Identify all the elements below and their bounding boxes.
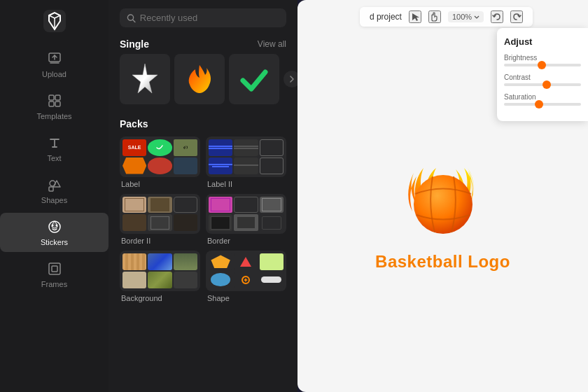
shapes-icon: [46, 176, 63, 193]
packs-section-label: Packs: [120, 118, 148, 130]
canvas-toolbar: d project 100%: [360, 7, 533, 27]
pack-border2[interactable]: Border II: [120, 194, 200, 246]
sidebar-item-stickers[interactable]: Stickers: [0, 213, 108, 252]
svg-rect-3: [55, 95, 60, 100]
saturation-label: Saturation: [504, 93, 581, 101]
sticker-checkmark[interactable]: [229, 54, 279, 104]
svg-point-10: [55, 225, 57, 227]
contrast-slider[interactable]: [504, 83, 581, 86]
text-icon: [46, 134, 63, 151]
sidebar-item-frames[interactable]: Frames: [0, 255, 108, 294]
pack-shape[interactable]: Shape: [206, 251, 286, 302]
pack-background-text: Background: [120, 294, 200, 302]
chevron-right-icon: [287, 74, 297, 84]
pack-background[interactable]: Background: [120, 251, 200, 302]
brightness-thumb[interactable]: [538, 61, 546, 69]
svg-rect-11: [49, 263, 60, 274]
pack-label2-text: Label II: [206, 180, 286, 188]
stickers-icon: [46, 218, 63, 235]
packs-grid: SALE 🏷 Label: [108, 134, 298, 305]
svg-rect-7: [49, 187, 53, 191]
app-logo: [42, 8, 67, 34]
sidebar-item-text[interactable]: Text: [0, 129, 108, 168]
packs-section-header: Packs: [108, 113, 298, 134]
view-all-single[interactable]: View all: [258, 39, 286, 49]
sidebar-item-label: Upload: [42, 70, 66, 78]
zoom-level: 100%: [452, 13, 472, 21]
saturation-thumb[interactable]: [535, 100, 543, 108]
pack-border-text: Border: [206, 237, 286, 245]
single-section-label: Single: [120, 38, 149, 50]
redo-icon: [512, 12, 522, 22]
search-bar[interactable]: [120, 8, 286, 27]
stickers-panel: Single View all: [108, 0, 298, 392]
single-section-header: Single View all: [108, 33, 298, 54]
brightness-slider[interactable]: [504, 64, 581, 66]
svg-rect-4: [49, 102, 54, 106]
brightness-row: Brightness: [504, 54, 581, 66]
chevron-down-icon: [474, 14, 479, 20]
contrast-thumb[interactable]: [542, 80, 551, 89]
pack-border2-text: Border II: [120, 237, 200, 245]
sidebar-item-label: Text: [47, 154, 61, 162]
pack-border[interactable]: Border: [206, 194, 286, 246]
pack-label-text: Label: [120, 180, 200, 188]
templates-icon: [46, 92, 63, 109]
sidebar: Upload Templates Text: [0, 0, 108, 392]
hand-tool-btn[interactable]: [428, 10, 441, 23]
sticker-star[interactable]: [120, 54, 170, 104]
hand-icon: [430, 12, 440, 22]
undo-btn[interactable]: [491, 10, 503, 23]
sidebar-item-label: Frames: [41, 280, 67, 288]
stickers-row-next[interactable]: [284, 71, 298, 88]
basketball-title: Basketball Logo: [375, 252, 510, 272]
svg-rect-5: [55, 102, 60, 106]
project-label: d project: [370, 12, 402, 22]
panel-header: [108, 0, 298, 33]
sidebar-item-templates[interactable]: Templates: [0, 87, 108, 126]
single-stickers-row: [108, 54, 298, 107]
sticker-fire[interactable]: [174, 54, 225, 104]
svg-rect-12: [52, 266, 57, 272]
svg-point-9: [51, 225, 53, 227]
basketball-logo-container: Basketball Logo: [375, 134, 510, 272]
pack-label[interactable]: SALE 🏷 Label: [120, 136, 200, 188]
sidebar-item-label: Stickers: [41, 238, 68, 246]
zoom-control[interactable]: 100%: [448, 11, 484, 22]
sidebar-item-upload[interactable]: Upload: [0, 45, 108, 84]
pointer-icon: [410, 12, 420, 22]
pointer-tool-btn[interactable]: [409, 10, 421, 23]
search-icon: [127, 13, 136, 23]
contrast-row: Contrast: [504, 74, 581, 86]
basketball-logo-image: [380, 134, 506, 246]
sidebar-item-label: Shapes: [41, 196, 67, 204]
redo-btn[interactable]: [510, 10, 523, 23]
svg-point-15: [414, 175, 472, 234]
search-input[interactable]: [140, 13, 279, 23]
saturation-row: Saturation: [504, 93, 581, 106]
pack-shape-text: Shape: [206, 294, 286, 302]
saturation-slider[interactable]: [504, 103, 581, 106]
adjust-panel: Adjust Brightness Contrast Saturation: [497, 28, 588, 121]
svg-rect-2: [49, 95, 54, 100]
adjust-panel-title: Adjust: [504, 36, 581, 47]
contrast-label: Contrast: [504, 74, 581, 81]
pack-label2[interactable]: Label II: [206, 136, 286, 188]
upload-icon: [46, 50, 63, 67]
sidebar-item-label: Templates: [36, 112, 71, 120]
frames-icon: [46, 260, 63, 277]
sidebar-item-shapes[interactable]: Shapes: [0, 171, 108, 210]
undo-icon: [492, 12, 502, 22]
